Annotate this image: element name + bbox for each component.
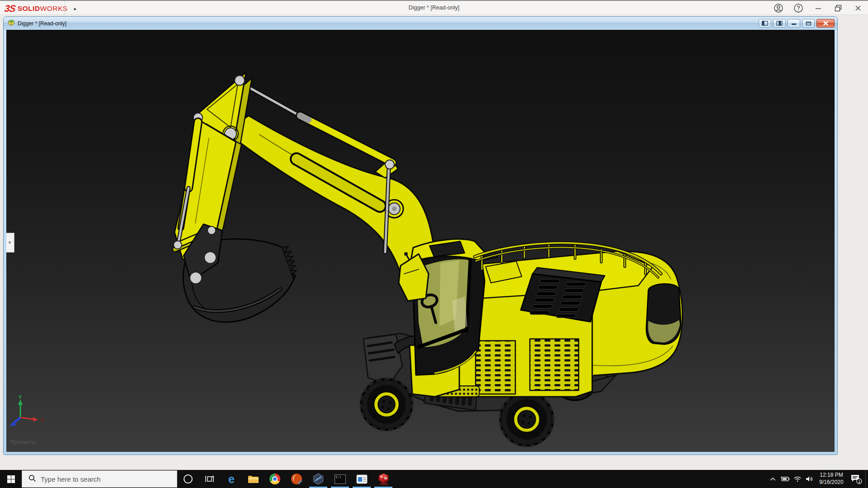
account-icon[interactable]	[773, 3, 784, 14]
hexagon-app-icon	[312, 473, 324, 485]
pane-left-button[interactable]	[759, 19, 771, 28]
taskbar-item-display-app[interactable]	[351, 470, 373, 488]
battery-icon[interactable]	[779, 470, 791, 488]
taskbar-item-file-explorer[interactable]	[242, 470, 264, 488]
help-icon[interactable]	[793, 3, 804, 14]
solidworks-2020-icon: S W 2020	[377, 473, 390, 485]
taskbar-item-edge[interactable]: e	[221, 470, 242, 488]
app-title: Digger * [Read-only]	[0, 5, 868, 11]
edge-icon: e	[228, 474, 235, 485]
action-center-icon[interactable]: 1	[847, 470, 865, 488]
triad-x-label: X	[41, 418, 44, 423]
taskbar-item-composer[interactable]	[307, 470, 329, 488]
pane-tab-grip-icon	[9, 241, 11, 244]
display-window-icon	[356, 474, 368, 484]
taskbar-empty-area[interactable]	[394, 470, 767, 488]
triad-y-label: Y	[19, 395, 22, 400]
start-button[interactable]	[0, 470, 22, 488]
taskbar-search-box[interactable]	[22, 470, 177, 488]
taskbar-item-chrome[interactable]	[264, 470, 286, 488]
document-window: Digger * [Read-only]	[4, 17, 837, 455]
tray-date: 9/16/2020	[816, 479, 847, 486]
excavator-model[interactable]	[6, 30, 835, 452]
tray-time: 12:18 PM	[816, 472, 847, 479]
task-view-icon	[205, 474, 215, 483]
rear-wheel	[500, 393, 553, 446]
app-titlebar: 3S SOLID WORKS ▸ Digger * [Read-only]	[0, 0, 868, 15]
close-button[interactable]	[853, 3, 863, 14]
feature-pane-collapsed-tab[interactable]	[6, 233, 14, 253]
graphics-viewport[interactable]: Y X *Dimetric	[6, 30, 835, 452]
restore-button[interactable]	[833, 3, 844, 14]
tray-clock[interactable]: 12:18 PM 9/16/2020	[816, 472, 847, 486]
snipping-tool-icon: ✂	[291, 474, 302, 484]
notification-badge: 1	[859, 479, 861, 484]
file-explorer-icon	[248, 474, 259, 484]
system-tray: 12:18 PM 9/16/2020 1	[767, 470, 868, 488]
cortana-icon	[184, 474, 193, 483]
svg-text:S: S	[380, 474, 382, 479]
taskbar-item-snipping-tool[interactable]: ✂	[286, 470, 307, 488]
chrome-icon	[269, 474, 280, 484]
show-desktop-button[interactable]	[865, 470, 868, 488]
search-input[interactable]	[41, 475, 167, 483]
doc-close-button[interactable]	[816, 19, 835, 28]
taskbar-item-cortana[interactable]	[177, 470, 199, 488]
wifi-icon[interactable]	[791, 470, 803, 488]
tray-chevron-up-icon[interactable]	[767, 470, 779, 488]
svg-text:2020: 2020	[380, 482, 387, 485]
front-wheel	[361, 379, 412, 430]
pane-right-button[interactable]	[773, 19, 786, 28]
doc-minimize-button[interactable]	[788, 19, 800, 28]
orientation-triad: Y X	[8, 395, 58, 434]
doc-restore-button[interactable]	[802, 19, 815, 28]
windows-taskbar: e ✂ C:\ S W 2020	[0, 470, 868, 488]
part-document-icon	[7, 19, 15, 28]
svg-text:W: W	[384, 476, 387, 480]
document-title: Digger * [Read-only]	[18, 20, 66, 27]
taskbar-item-command-prompt[interactable]: C:\	[329, 470, 351, 488]
volume-icon[interactable]	[803, 470, 816, 488]
taskbar-item-task-view[interactable]	[199, 470, 221, 488]
view-orientation-label: *Dimetric	[10, 439, 37, 446]
search-icon	[28, 474, 36, 484]
command-prompt-icon: C:\	[335, 474, 346, 484]
taskbar-item-solidworks-2020[interactable]: S W 2020	[373, 470, 394, 488]
document-titlebar[interactable]: Digger * [Read-only]	[4, 17, 837, 30]
minimize-button[interactable]	[813, 3, 824, 14]
